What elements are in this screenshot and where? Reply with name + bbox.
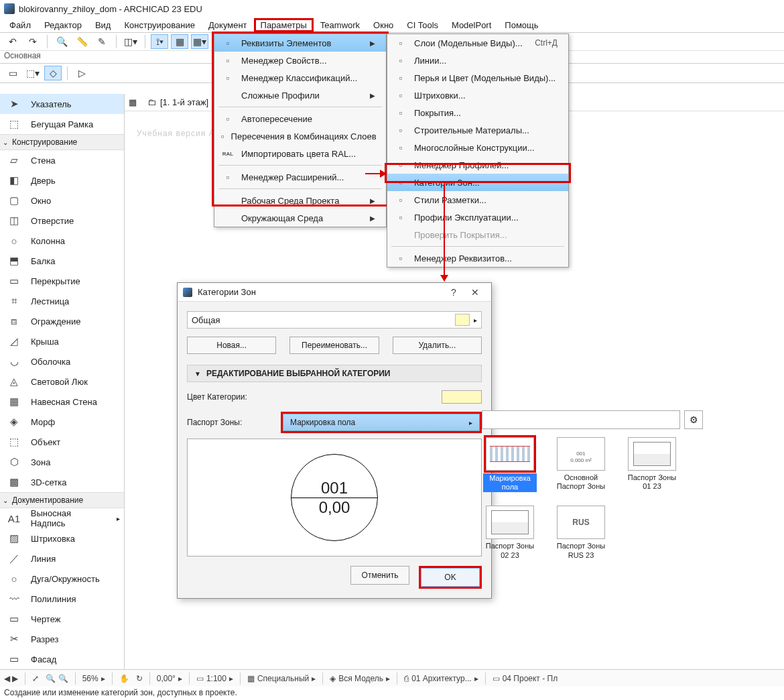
redo-button[interactable]: ↷ xyxy=(24,34,42,49)
menuitem--[interactable]: ▫Категории Зон... xyxy=(387,174,568,191)
menuitem--[interactable]: ▫Покрытия... xyxy=(387,104,568,121)
tool-Штриховка[interactable]: ▨Штриховка xyxy=(0,528,124,548)
tool-Морф[interactable]: ◈Морф xyxy=(0,412,124,432)
tool-Навесная Стена[interactable]: ▦Навесная Стена xyxy=(0,392,124,412)
tool-Зона[interactable]: ⬡Зона xyxy=(0,452,124,472)
zoom-value[interactable]: 56% ▸ xyxy=(82,674,105,683)
tool-Линия[interactable]: ／Линия xyxy=(0,548,124,569)
menu-конструирование[interactable]: Конструирование xyxy=(117,19,201,32)
zone-stamp-selector[interactable]: Маркировка пола ▸ xyxy=(283,414,480,431)
menuitem--[interactable]: ▫Менеджер Реквизитов... xyxy=(387,249,568,267)
geom-btn-1[interactable]: ▭ xyxy=(4,66,21,80)
layout-value[interactable]: ▭ 04 Проект - Пл xyxy=(493,674,558,683)
menu-окно[interactable]: Окно xyxy=(367,19,400,32)
rename-button[interactable]: Переименовать... xyxy=(289,337,379,354)
tool-Балка[interactable]: ⬒Балка xyxy=(0,251,124,271)
tool-Дуга/Окружность[interactable]: ○Дуга/Окружность xyxy=(0,569,124,589)
picker-item--RUS-23[interactable]: RUSПаспорт Зоны RUS 23 xyxy=(554,506,608,559)
eyedropper-icon[interactable]: ✎ xyxy=(93,34,111,49)
tool-Окно[interactable]: ▢Окно xyxy=(0,190,124,211)
delete-button[interactable]: Удалить... xyxy=(393,337,482,354)
undo-button[interactable]: ↶ xyxy=(4,34,21,49)
tool-3D-сетка[interactable]: ▩3D-сетка xyxy=(0,472,124,492)
fit-button[interactable]: ⤢ xyxy=(32,674,39,683)
picker-item--01-23[interactable]: Паспорт Зоны 01 23 xyxy=(625,437,679,492)
measure-icon[interactable]: 📏 xyxy=(73,34,90,49)
menu-параметры[interactable]: Параметры xyxy=(254,18,314,32)
new-button[interactable]: Новая... xyxy=(187,337,276,354)
tool-Световой Люк[interactable]: ◬Световой Люк xyxy=(0,371,124,392)
menu-teamwork[interactable]: Teamwork xyxy=(314,19,367,32)
menuitem--[interactable]: ▫Менеджер Свойств... xyxy=(214,52,386,69)
ok-button[interactable]: OK xyxy=(421,568,480,587)
guides-icon[interactable]: ◫▾ xyxy=(122,34,139,49)
tool-Фасад[interactable]: ▭Фасад xyxy=(0,649,124,669)
view-value[interactable]: ⎙ 01 Архитектур... ▸ xyxy=(404,674,478,683)
menuitem--[interactable]: Окружающая Среда▶ xyxy=(214,209,386,227)
tool-Колонна[interactable]: ○Колонна xyxy=(0,231,124,251)
picker-search[interactable] xyxy=(482,410,680,429)
tool-Лестница[interactable]: ⌗Лестница xyxy=(0,291,124,311)
tool-Дверь[interactable]: ◧Дверь xyxy=(0,170,124,190)
tool-Отверстие[interactable]: ◫Отверстие xyxy=(0,211,124,231)
zoom-icons[interactable]: 🔍 🔍 xyxy=(46,674,68,683)
tool-Чертеж[interactable]: ▭Чертеж xyxy=(0,609,124,629)
menuitem--[interactable]: Рабочая Среда Проекта▶ xyxy=(214,192,386,209)
menu-помощь[interactable]: Помощь xyxy=(498,19,545,32)
menuitem--[interactable]: ▫Реквизиты Элементов▶ xyxy=(214,34,386,52)
tool-Выносная Надпись[interactable]: A1Выносная Надпись▸ xyxy=(0,508,124,528)
help-button[interactable]: ? xyxy=(443,285,464,300)
menuitem--[interactable]: ▫Линии... xyxy=(387,52,568,69)
tool-arrow[interactable]: ➤ Указатель xyxy=(0,94,124,114)
menuitem--RAL-[interactable]: RALИмпортировать цвета RAL... xyxy=(214,145,386,162)
menuitem--[interactable]: ▫Штриховки... xyxy=(387,86,568,104)
menuitem--[interactable]: ▫Менеджер Расширений... xyxy=(214,168,386,186)
picker-settings-button[interactable]: ⚙ xyxy=(684,410,703,429)
picker-item--[interactable]: 0010.000 m²Основной Паспорт Зоны xyxy=(554,437,608,492)
scale-value[interactable]: ▭ 1:100 ▸ xyxy=(196,674,233,683)
tool-Полилиния[interactable]: 〰Полилиния xyxy=(0,589,124,609)
tool-Перекрытие[interactable]: ▭Перекрытие xyxy=(0,271,124,291)
menu-ci tools[interactable]: CI Tools xyxy=(400,19,445,32)
tool-Оболочка[interactable]: ◡Оболочка xyxy=(0,351,124,371)
tab-floorplan[interactable]: 🗀 [1. 1-й этаж] xyxy=(142,96,214,109)
geom-btn-3[interactable]: ◇ xyxy=(44,66,62,80)
menuitem--[interactable]: ▫Пересечения в Комбинациях Слоев xyxy=(214,127,386,145)
menu-modelport[interactable]: ModelPort xyxy=(445,19,498,32)
section-header[interactable]: ▼ РЕДАКТИРОВАНИЕ ВЫБРАННОЙ КАТЕГОРИИ xyxy=(187,365,482,382)
menuitem--[interactable]: ▫Многослойные Конструкции... xyxy=(387,139,568,156)
orbit-icon[interactable]: ↻ xyxy=(136,674,143,683)
tool-Ограждение[interactable]: ⧈Ограждение xyxy=(0,311,124,331)
layers-value[interactable]: ◈ Вся Модель ▸ xyxy=(330,674,390,683)
snap-icon[interactable]: ⟟▾ xyxy=(151,34,168,49)
picker-item--[interactable]: Маркировка пола xyxy=(483,437,537,492)
angle-value[interactable]: 0,00° ▸ xyxy=(157,674,182,683)
tool-Объект[interactable]: ⬚Объект xyxy=(0,432,124,452)
grid-dropdown-icon[interactable]: ▦▾ xyxy=(191,34,208,49)
menuitem--[interactable]: ▫Автопересечение xyxy=(214,110,386,127)
grid-icon[interactable]: ▦ xyxy=(129,97,137,107)
close-button[interactable]: ✕ xyxy=(464,285,486,300)
picker-search-input[interactable] xyxy=(482,411,679,428)
grid-snap-icon[interactable]: ▦ xyxy=(171,34,188,49)
menuitem--[interactable]: ▫Профили Эксплуатации... xyxy=(387,209,568,226)
tool-Крыша[interactable]: ◿Крыша xyxy=(0,331,124,351)
menuitem--[interactable]: ▫Строительные Материалы... xyxy=(387,121,568,139)
menuitem--[interactable]: ▫Слои (Модельные Виды)...Ctrl+Д xyxy=(387,34,568,52)
menuitem--[interactable]: ▫Стили Разметки... xyxy=(387,191,568,209)
menuitem--[interactable]: ▫Менеджер Профилей... xyxy=(387,156,568,174)
tool-Стена[interactable]: ▱Стена xyxy=(0,150,124,170)
menuitem--[interactable]: ▫Менеджер Классификаций... xyxy=(214,69,386,86)
menu-редактор[interactable]: Редактор xyxy=(38,19,88,32)
geom-btn-2[interactable]: ⬚▾ xyxy=(24,66,42,80)
tool-marquee[interactable]: ⬚ Бегущая Рамка xyxy=(0,114,124,134)
menu-вид[interactable]: Вид xyxy=(88,19,118,32)
tool-Разрез[interactable]: ✂Разрез xyxy=(0,629,124,649)
pan-icon[interactable]: ✋ xyxy=(119,674,129,683)
cancel-button[interactable]: Отменить xyxy=(350,566,409,585)
category-name-field[interactable]: Общая ▸ xyxy=(187,311,482,329)
toolbox-group-doc[interactable]: ⌄Документирование xyxy=(0,492,124,508)
nav-buttons[interactable]: ◀ ▶ xyxy=(4,674,18,683)
toolbox-group-design[interactable]: ⌄Конструирование xyxy=(0,134,124,150)
mvo-value[interactable]: ▦ Специальный ▸ xyxy=(247,674,316,683)
